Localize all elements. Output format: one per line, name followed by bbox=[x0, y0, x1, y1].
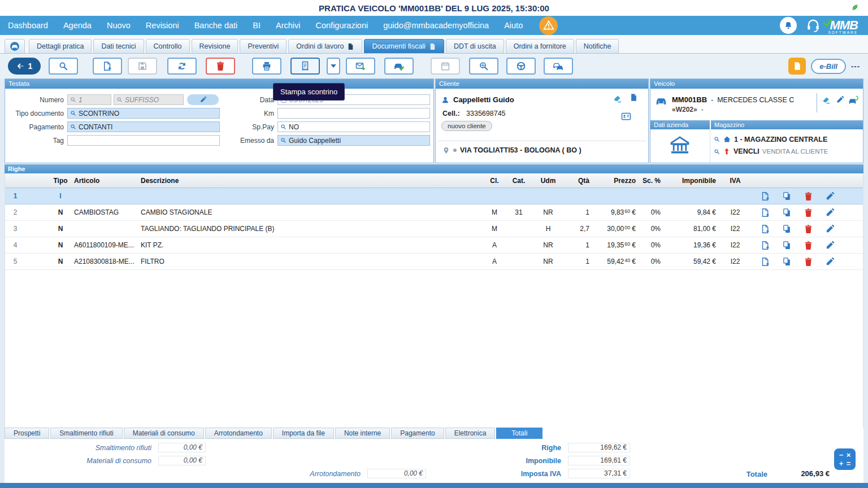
edit-vehicle-icon[interactable] bbox=[836, 95, 844, 104]
tab-pratica-icon[interactable] bbox=[5, 39, 25, 53]
bottom-tab-prospetti[interactable]: Prospetti bbox=[5, 428, 49, 439]
insert-row-icon[interactable] bbox=[761, 257, 770, 267]
tab-revisione[interactable]: Revisione bbox=[192, 39, 238, 53]
menu-dashboard[interactable]: Dashboard bbox=[8, 21, 48, 30]
bottom-tab-note-interne[interactable]: Note interne bbox=[335, 428, 390, 439]
warehouse-row[interactable]: 1 - MAGAZZINO CENTRALE bbox=[714, 135, 827, 143]
duplicate-row-icon[interactable] bbox=[782, 191, 792, 201]
km-input[interactable] bbox=[277, 108, 430, 119]
delete-row-icon[interactable] bbox=[804, 257, 813, 267]
tag-input[interactable] bbox=[67, 135, 220, 146]
delete-row-icon[interactable] bbox=[804, 224, 813, 234]
menu-archivi[interactable]: Archivi bbox=[276, 21, 301, 30]
tipo-documento-input[interactable]: SCONTRINO bbox=[67, 108, 220, 119]
send-email-button[interactable] bbox=[346, 58, 375, 75]
table-row[interactable]: 1 I bbox=[5, 188, 863, 204]
new-document-button[interactable] bbox=[93, 58, 122, 75]
delete-row-icon[interactable] bbox=[804, 241, 813, 250]
delete-row-icon[interactable] bbox=[804, 208, 813, 217]
insert-row-icon[interactable] bbox=[761, 224, 770, 234]
edit-row-icon[interactable] bbox=[825, 224, 835, 234]
edit-row-icon[interactable] bbox=[825, 241, 835, 250]
insert-row-icon[interactable] bbox=[761, 208, 770, 217]
back-button[interactable]: 1 bbox=[8, 58, 41, 75]
calendar-button[interactable] bbox=[431, 58, 460, 75]
vehicles-button[interactable] bbox=[544, 58, 573, 75]
wheel-button[interactable] bbox=[506, 58, 536, 75]
clear-client-icon[interactable] bbox=[613, 94, 622, 103]
delete-row-icon[interactable] bbox=[804, 191, 813, 201]
menu-aiuto[interactable]: Aiuto bbox=[504, 21, 523, 30]
menu-user-account[interactable]: guido@mmbacademyofficina bbox=[383, 21, 489, 30]
support-headset-icon[interactable] bbox=[806, 18, 821, 33]
edit-row-icon[interactable] bbox=[825, 257, 835, 267]
tab-dati-tecnici[interactable]: Dati tecnici bbox=[93, 39, 144, 53]
tab-ddt-di-uscita[interactable]: DDT di uscita bbox=[446, 39, 504, 53]
print-receipt-button[interactable] bbox=[290, 58, 320, 75]
cell-articolo: A2108300818-ME... bbox=[72, 258, 138, 265]
table-row[interactable]: 2 N CAMBIOSTAG CAMBIO STAGIONALE M 31 NR… bbox=[5, 204, 863, 221]
bottom-tab-elettronica[interactable]: Elettronica bbox=[445, 428, 496, 439]
print-options-button[interactable] bbox=[327, 58, 340, 75]
suffisso-input[interactable]: SUFFISSO bbox=[114, 94, 184, 105]
materiali-value[interactable]: 0,00 € bbox=[158, 456, 206, 465]
warning-button[interactable] bbox=[539, 16, 558, 35]
insert-row-icon[interactable] bbox=[761, 241, 770, 250]
print-button[interactable] bbox=[252, 58, 281, 75]
menu-agenda[interactable]: Agenda bbox=[63, 21, 92, 30]
notifications-button[interactable] bbox=[780, 17, 797, 34]
numero-input[interactable]: 1 bbox=[67, 94, 111, 105]
table-row[interactable]: 3 N TAGLIANDO: TAGLIANDO PRINCIPALE (B) … bbox=[5, 221, 863, 237]
insert-row-icon[interactable] bbox=[761, 191, 770, 201]
tab-documenti-fiscali[interactable]: Documenti fiscali bbox=[364, 39, 444, 53]
arrotondamento-value[interactable]: 0,00 € bbox=[367, 469, 426, 478]
duplicate-row-icon[interactable] bbox=[782, 208, 792, 217]
bottom-tab-importa-da-file[interactable]: Importa da file bbox=[273, 428, 334, 439]
bottom-tab-smaltimento-rifiuti[interactable]: Smaltimento rifiuti bbox=[50, 428, 122, 439]
pagamento-input[interactable]: CONTANTI bbox=[67, 121, 220, 132]
menu-bi[interactable]: BI bbox=[253, 21, 261, 30]
tab-dettagli-pratica[interactable]: Dettagli pratica bbox=[29, 39, 92, 53]
tab-label: Ordini a fornitore bbox=[514, 42, 566, 50]
advanced-search-button[interactable] bbox=[469, 58, 498, 75]
vehicle-sync-icon[interactable] bbox=[848, 94, 860, 106]
delete-button[interactable] bbox=[206, 58, 235, 75]
edit-row-icon[interactable] bbox=[825, 208, 835, 217]
more-button[interactable]: --- bbox=[851, 62, 860, 71]
pricelist-row[interactable]: VENCLI VENDITA AL CLIENTE bbox=[714, 147, 828, 155]
prezzo-decimals: 40 bbox=[624, 258, 630, 263]
duplicate-row-icon[interactable] bbox=[782, 241, 792, 250]
save-button[interactable] bbox=[128, 58, 157, 75]
bottom-tab-arrotondamento[interactable]: Arrotondamento bbox=[205, 428, 272, 439]
refresh-button[interactable] bbox=[167, 58, 197, 75]
vehicle-confirm-button[interactable] bbox=[384, 58, 414, 75]
bottom-tab-pagamento[interactable]: Pagamento bbox=[391, 428, 444, 439]
duplicate-row-icon[interactable] bbox=[782, 224, 792, 234]
search-button[interactable] bbox=[49, 58, 78, 75]
tab-preventivi[interactable]: Preventivi bbox=[240, 39, 287, 53]
calculator-button[interactable]: −×+= bbox=[834, 448, 856, 470]
tab-ordini-di-lavoro[interactable]: Ordini di lavoro bbox=[288, 39, 362, 53]
emesso-da-input[interactable]: Guido Cappelletti bbox=[277, 135, 430, 146]
menu-revisioni[interactable]: Revisioni bbox=[146, 21, 179, 30]
menu-configurazioni[interactable]: Configurazioni bbox=[316, 21, 368, 30]
client-document-icon[interactable] bbox=[630, 93, 638, 102]
menu-nuovo[interactable]: Nuovo bbox=[107, 21, 131, 30]
table-row[interactable]: 4 N A6011800109-ME... KIT PZ. A NR 1 19,… bbox=[5, 237, 863, 254]
tab-notifiche[interactable]: Notifiche bbox=[576, 39, 619, 53]
bottom-tab-materiali-di-consumo[interactable]: Materiali di consumo bbox=[124, 428, 204, 439]
smaltimento-value[interactable]: 0,00 € bbox=[158, 443, 206, 452]
menu-banche-dati[interactable]: Banche dati bbox=[194, 21, 238, 30]
duplicate-row-icon[interactable] bbox=[782, 257, 792, 267]
ebill-button[interactable]: e-Bill bbox=[811, 59, 846, 74]
edit-row-icon[interactable] bbox=[825, 191, 835, 201]
tab-ordini-a-fornitore[interactable]: Ordini a fornitore bbox=[506, 39, 574, 53]
clear-vehicle-icon[interactable] bbox=[822, 95, 831, 104]
e-invoice-icon[interactable] bbox=[788, 58, 806, 75]
tab-controllo[interactable]: Controllo bbox=[146, 39, 190, 53]
contact-card-icon[interactable] bbox=[621, 111, 631, 121]
sppay-input[interactable]: NO bbox=[277, 121, 430, 132]
table-row[interactable]: 5 N A2108300818-ME... FILTRO A NR 1 59,4… bbox=[5, 254, 863, 270]
bottom-tab-totali[interactable]: Totali bbox=[496, 428, 542, 439]
edit-numero-button[interactable] bbox=[187, 94, 219, 105]
